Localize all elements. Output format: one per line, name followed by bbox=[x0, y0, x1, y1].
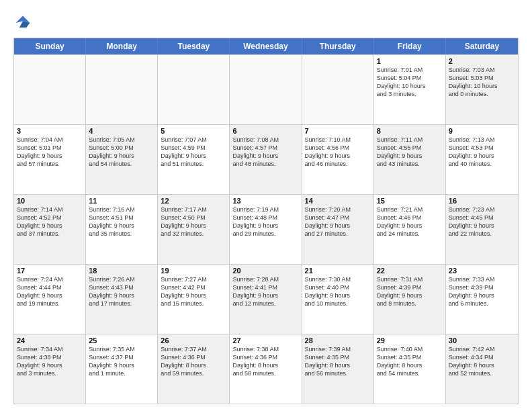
header-day-saturday: Saturday bbox=[446, 38, 518, 54]
calendar-cell-day-17: 17Sunrise: 7:24 AM Sunset: 4:44 PM Dayli… bbox=[14, 265, 86, 334]
calendar-cell-day-1: 1Sunrise: 7:01 AM Sunset: 5:04 PM Daylig… bbox=[374, 55, 446, 124]
calendar-row-4: 24Sunrise: 7:34 AM Sunset: 4:38 PM Dayli… bbox=[14, 334, 518, 404]
day-number: 9 bbox=[449, 127, 515, 135]
day-info: Sunrise: 7:35 AM Sunset: 4:37 PM Dayligh… bbox=[89, 345, 154, 378]
day-number: 20 bbox=[232, 267, 298, 275]
day-info: Sunrise: 7:16 AM Sunset: 4:51 PM Dayligh… bbox=[89, 205, 154, 238]
calendar-cell-day-28: 28Sunrise: 7:39 AM Sunset: 4:35 PM Dayli… bbox=[302, 334, 374, 404]
calendar-row-3: 17Sunrise: 7:24 AM Sunset: 4:44 PM Dayli… bbox=[14, 264, 518, 334]
calendar-cell-day-29: 29Sunrise: 7:40 AM Sunset: 4:35 PM Dayli… bbox=[374, 334, 446, 404]
day-number: 16 bbox=[449, 197, 515, 205]
day-info: Sunrise: 7:13 AM Sunset: 4:53 PM Dayligh… bbox=[449, 136, 515, 169]
calendar-body: 1Sunrise: 7:01 AM Sunset: 5:04 PM Daylig… bbox=[14, 54, 518, 404]
day-number: 5 bbox=[161, 127, 226, 135]
calendar-cell-day-25: 25Sunrise: 7:35 AM Sunset: 4:37 PM Dayli… bbox=[86, 334, 158, 404]
day-number: 1 bbox=[377, 57, 443, 65]
calendar-cell-day-14: 14Sunrise: 7:20 AM Sunset: 4:47 PM Dayli… bbox=[302, 195, 374, 264]
day-number: 8 bbox=[377, 127, 443, 135]
calendar: SundayMondayTuesdayWednesdayThursdayFrid… bbox=[13, 38, 519, 404]
day-info: Sunrise: 7:01 AM Sunset: 5:04 PM Dayligh… bbox=[377, 66, 443, 99]
calendar-cell-day-21: 21Sunrise: 7:30 AM Sunset: 4:40 PM Dayli… bbox=[302, 265, 374, 334]
day-info: Sunrise: 7:27 AM Sunset: 4:42 PM Dayligh… bbox=[161, 275, 226, 308]
day-number: 27 bbox=[232, 336, 298, 345]
day-info: Sunrise: 7:24 AM Sunset: 4:44 PM Dayligh… bbox=[17, 275, 83, 308]
calendar-cell-day-22: 22Sunrise: 7:31 AM Sunset: 4:39 PM Dayli… bbox=[374, 265, 446, 334]
calendar-cell-day-27: 27Sunrise: 7:38 AM Sunset: 4:36 PM Dayli… bbox=[230, 334, 302, 404]
day-number: 4 bbox=[89, 127, 154, 135]
calendar-cell-day-2: 2Sunrise: 7:03 AM Sunset: 5:03 PM Daylig… bbox=[446, 55, 518, 124]
day-info: Sunrise: 7:20 AM Sunset: 4:47 PM Dayligh… bbox=[305, 205, 371, 238]
day-number: 22 bbox=[377, 267, 443, 275]
calendar-row-1: 3Sunrise: 7:04 AM Sunset: 5:01 PM Daylig… bbox=[14, 124, 518, 194]
day-info: Sunrise: 7:42 AM Sunset: 4:34 PM Dayligh… bbox=[449, 345, 515, 378]
day-info: Sunrise: 7:14 AM Sunset: 4:52 PM Dayligh… bbox=[17, 205, 83, 238]
logo bbox=[13, 13, 35, 32]
day-info: Sunrise: 7:39 AM Sunset: 4:35 PM Dayligh… bbox=[305, 345, 371, 378]
header-day-sunday: Sunday bbox=[14, 38, 86, 54]
calendar-cell-day-20: 20Sunrise: 7:28 AM Sunset: 4:41 PM Dayli… bbox=[230, 265, 302, 334]
day-number: 12 bbox=[161, 197, 226, 205]
day-number: 28 bbox=[305, 336, 371, 345]
calendar-cell-day-8: 8Sunrise: 7:11 AM Sunset: 4:55 PM Daylig… bbox=[374, 125, 446, 194]
calendar-cell-day-7: 7Sunrise: 7:10 AM Sunset: 4:56 PM Daylig… bbox=[302, 125, 374, 194]
calendar-cell-day-19: 19Sunrise: 7:27 AM Sunset: 4:42 PM Dayli… bbox=[158, 265, 230, 334]
header-day-tuesday: Tuesday bbox=[158, 38, 230, 54]
day-info: Sunrise: 7:19 AM Sunset: 4:48 PM Dayligh… bbox=[232, 205, 298, 238]
day-info: Sunrise: 7:11 AM Sunset: 4:55 PM Dayligh… bbox=[377, 136, 443, 169]
header-day-friday: Friday bbox=[374, 38, 446, 54]
header-day-thursday: Thursday bbox=[302, 38, 374, 54]
calendar-cell-day-15: 15Sunrise: 7:21 AM Sunset: 4:46 PM Dayli… bbox=[374, 195, 446, 264]
calendar-cell-day-13: 13Sunrise: 7:19 AM Sunset: 4:48 PM Dayli… bbox=[230, 195, 302, 264]
day-info: Sunrise: 7:17 AM Sunset: 4:50 PM Dayligh… bbox=[161, 205, 226, 238]
day-info: Sunrise: 7:10 AM Sunset: 4:56 PM Dayligh… bbox=[305, 136, 371, 169]
day-info: Sunrise: 7:08 AM Sunset: 4:57 PM Dayligh… bbox=[232, 136, 298, 169]
day-info: Sunrise: 7:23 AM Sunset: 4:45 PM Dayligh… bbox=[449, 205, 515, 238]
day-info: Sunrise: 7:26 AM Sunset: 4:43 PM Dayligh… bbox=[89, 275, 154, 308]
day-number: 29 bbox=[377, 336, 443, 345]
header-day-wednesday: Wednesday bbox=[230, 38, 302, 54]
day-number: 7 bbox=[305, 127, 371, 135]
day-number: 25 bbox=[89, 336, 154, 345]
calendar-cell-empty-0-3 bbox=[230, 55, 302, 124]
calendar-cell-empty-0-2 bbox=[158, 55, 230, 124]
calendar-cell-day-3: 3Sunrise: 7:04 AM Sunset: 5:01 PM Daylig… bbox=[14, 125, 86, 194]
day-number: 3 bbox=[17, 127, 83, 135]
calendar-cell-day-16: 16Sunrise: 7:23 AM Sunset: 4:45 PM Dayli… bbox=[446, 195, 518, 264]
day-number: 17 bbox=[17, 267, 83, 275]
calendar-cell-empty-0-1 bbox=[86, 55, 158, 124]
day-info: Sunrise: 7:07 AM Sunset: 4:59 PM Dayligh… bbox=[161, 136, 226, 169]
day-number: 21 bbox=[305, 267, 371, 275]
day-number: 30 bbox=[449, 336, 515, 345]
day-number: 23 bbox=[449, 267, 515, 275]
day-number: 26 bbox=[161, 336, 226, 345]
calendar-cell-day-26: 26Sunrise: 7:37 AM Sunset: 4:36 PM Dayli… bbox=[158, 334, 230, 404]
day-info: Sunrise: 7:04 AM Sunset: 5:01 PM Dayligh… bbox=[17, 136, 83, 169]
calendar-cell-day-11: 11Sunrise: 7:16 AM Sunset: 4:51 PM Dayli… bbox=[86, 195, 158, 264]
calendar-cell-day-6: 6Sunrise: 7:08 AM Sunset: 4:57 PM Daylig… bbox=[230, 125, 302, 194]
day-number: 18 bbox=[89, 267, 154, 275]
day-info: Sunrise: 7:34 AM Sunset: 4:38 PM Dayligh… bbox=[17, 345, 83, 378]
header bbox=[13, 11, 519, 32]
day-number: 19 bbox=[161, 267, 226, 275]
calendar-row-2: 10Sunrise: 7:14 AM Sunset: 4:52 PM Dayli… bbox=[14, 194, 518, 264]
day-number: 11 bbox=[89, 197, 154, 205]
calendar-cell-day-10: 10Sunrise: 7:14 AM Sunset: 4:52 PM Dayli… bbox=[14, 195, 86, 264]
day-info: Sunrise: 7:28 AM Sunset: 4:41 PM Dayligh… bbox=[232, 275, 298, 308]
day-info: Sunrise: 7:05 AM Sunset: 5:00 PM Dayligh… bbox=[89, 136, 154, 169]
calendar-cell-day-12: 12Sunrise: 7:17 AM Sunset: 4:50 PM Dayli… bbox=[158, 195, 230, 264]
calendar-cell-day-18: 18Sunrise: 7:26 AM Sunset: 4:43 PM Dayli… bbox=[86, 265, 158, 334]
day-number: 10 bbox=[17, 197, 83, 205]
calendar-cell-day-5: 5Sunrise: 7:07 AM Sunset: 4:59 PM Daylig… bbox=[158, 125, 230, 194]
page: SundayMondayTuesdayWednesdayThursdayFrid… bbox=[0, 0, 532, 411]
calendar-cell-day-23: 23Sunrise: 7:33 AM Sunset: 4:39 PM Dayli… bbox=[446, 265, 518, 334]
day-info: Sunrise: 7:31 AM Sunset: 4:39 PM Dayligh… bbox=[377, 275, 443, 308]
day-info: Sunrise: 7:40 AM Sunset: 4:35 PM Dayligh… bbox=[377, 345, 443, 378]
header-day-monday: Monday bbox=[86, 38, 158, 54]
calendar-cell-day-24: 24Sunrise: 7:34 AM Sunset: 4:38 PM Dayli… bbox=[14, 334, 86, 404]
logo-icon bbox=[13, 13, 32, 32]
day-number: 15 bbox=[377, 197, 443, 205]
day-number: 24 bbox=[17, 336, 83, 345]
calendar-cell-empty-0-4 bbox=[302, 55, 374, 124]
day-number: 13 bbox=[232, 197, 298, 205]
calendar-row-0: 1Sunrise: 7:01 AM Sunset: 5:04 PM Daylig… bbox=[14, 54, 518, 124]
